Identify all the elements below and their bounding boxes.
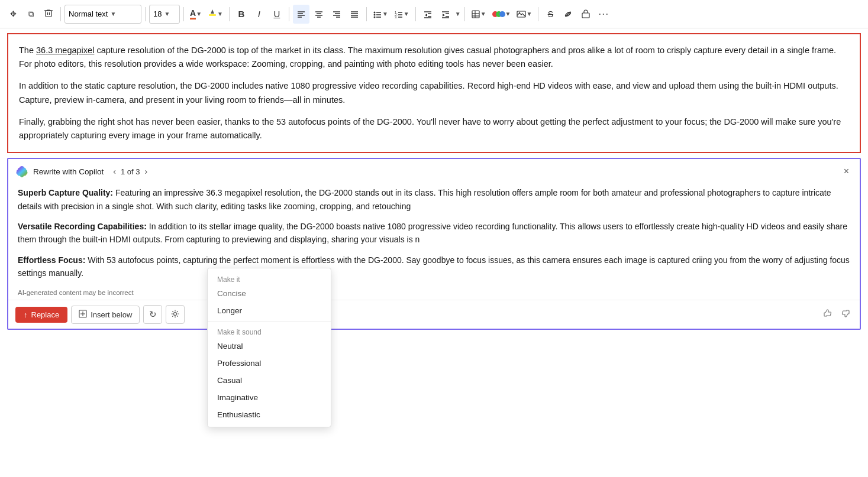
copilot-next-button[interactable]: › (143, 166, 150, 177)
toolbar: ✥ ⧉ Normal text ▼ 18 ▼ A ▼ ▼ B I U (0, 0, 868, 28)
move-icon: ✥ (10, 9, 17, 18)
bold-icon: B (238, 9, 245, 19)
underline-icon: U (274, 9, 280, 19)
extra-icon-button[interactable] (577, 5, 594, 24)
divider-2 (145, 7, 146, 21)
copilot-paragraph-1: Superb Capture Quality: Featuring an imp… (18, 186, 850, 213)
svg-point-46 (519, 12, 520, 13)
make-it-sound-label: Make it sound (208, 325, 331, 338)
copilot-prev-button[interactable]: ‹ (111, 166, 118, 177)
font-size-chevron: ▼ (164, 11, 170, 17)
image-button[interactable]: ▼ (514, 5, 534, 24)
copilot-section3-title: Effortless Focus: (18, 255, 85, 265)
font-style-dropdown[interactable]: Normal text ▼ (64, 5, 141, 24)
copilot-content: Superb Capture Quality: Featuring an imp… (8, 184, 860, 287)
svg-point-52 (174, 312, 177, 315)
divider-7 (415, 7, 416, 21)
menu-item-longer[interactable]: Longer (208, 302, 331, 319)
strikethrough-button[interactable]: S (542, 5, 559, 24)
copy-button[interactable]: ⧉ (22, 5, 39, 24)
more-button[interactable]: ··· (595, 5, 612, 24)
bold-button[interactable]: B (233, 5, 250, 24)
regenerate-button[interactable]: ↻ (143, 305, 162, 324)
copilot-title: Rewrite with Copilot (33, 167, 104, 176)
thumbs-up-button[interactable] (821, 307, 835, 322)
ai-disclaimer: AI-generated content may be incorrect (8, 287, 860, 300)
font-color-button[interactable]: A ▼ (188, 5, 204, 24)
svg-text:3.: 3. (395, 15, 398, 19)
regenerate-icon: ↻ (149, 309, 157, 320)
copilot-section1-text: Featuring an impressive 36.3 megapixel r… (18, 188, 831, 210)
divider-6 (366, 7, 367, 21)
menu-item-neutral[interactable]: Neutral (208, 338, 331, 355)
settings-icon (171, 310, 179, 320)
document-area: The 36.3 megapixel capture resolution of… (0, 28, 868, 477)
bullets-button[interactable]: ▼ (370, 5, 391, 24)
color-circles-button[interactable]: ▼ (490, 5, 514, 24)
context-menu: Make it Concise Longer Make it sound Neu… (207, 268, 331, 427)
svg-rect-38 (472, 11, 479, 18)
italic-button[interactable]: I (251, 5, 267, 24)
font-style-chevron: ▼ (110, 11, 116, 17)
link-button[interactable] (560, 5, 576, 24)
copilot-panel: Rewrite with Copilot ‹ 1 of 3 › × Superb… (7, 158, 861, 330)
menu-item-concise[interactable]: Concise (208, 285, 331, 302)
menu-item-casual[interactable]: Casual (208, 372, 331, 389)
settings-button[interactable] (166, 305, 185, 324)
align-left-button[interactable] (293, 5, 309, 24)
svg-rect-1 (209, 14, 216, 16)
align-justify-button[interactable] (346, 5, 363, 24)
svg-point-22 (373, 16, 375, 18)
menu-item-enthusiastic[interactable]: Enthusiastic (208, 406, 331, 423)
menu-item-imaginative[interactable]: Imaginative (208, 389, 331, 406)
original-text-block[interactable]: The 36.3 megapixel capture resolution of… (7, 33, 861, 153)
copilot-close-button[interactable]: × (840, 164, 853, 179)
divider-4 (229, 7, 230, 21)
svg-point-44 (499, 11, 505, 17)
highlight-button[interactable]: ▼ (205, 5, 225, 24)
svg-point-20 (373, 14, 375, 15)
divider-1 (60, 7, 61, 21)
table-button[interactable]: ▼ (469, 5, 489, 24)
megapixel-link[interactable]: 36.3 megapixel (36, 46, 94, 55)
align-right-button[interactable] (328, 5, 345, 24)
replace-button[interactable]: ↑ Replace (15, 307, 67, 323)
replace-label: Replace (31, 310, 60, 319)
copilot-section2-title: Versatile Recording Capabilities: (18, 222, 147, 231)
thumbs-down-button[interactable] (838, 307, 853, 322)
underline-button[interactable]: U (269, 5, 285, 24)
numbering-button[interactable]: 1.2.3. ▼ (392, 5, 412, 24)
delete-button[interactable] (40, 5, 57, 24)
insert-below-icon (79, 310, 87, 320)
more-icon: ··· (598, 8, 609, 20)
copilot-paragraph-2: Versatile Recording Capabilities: In add… (18, 220, 850, 246)
divider-8 (464, 7, 465, 21)
italic-icon: I (258, 9, 260, 19)
indent-decrease-button[interactable] (420, 5, 436, 24)
make-it-label: Make it (208, 272, 331, 285)
copilot-section1-title: Superb Capture Quality: (18, 188, 113, 197)
copilot-logo (15, 165, 28, 178)
font-style-label: Normal text (69, 9, 108, 18)
highlight-icon (208, 8, 217, 20)
delete-icon (44, 8, 53, 20)
align-center-button[interactable] (311, 5, 327, 24)
replace-up-arrow: ↑ (24, 310, 28, 319)
divider-9 (538, 7, 538, 21)
svg-rect-0 (46, 11, 51, 17)
svg-rect-48 (582, 13, 589, 18)
insert-below-label: Insert below (91, 310, 132, 319)
menu-item-professional[interactable]: Professional (208, 355, 331, 372)
menu-divider (208, 322, 331, 322)
insert-below-button[interactable]: Insert below (71, 306, 140, 324)
copilot-header: Rewrite with Copilot ‹ 1 of 3 › × (8, 159, 860, 184)
divider-5 (289, 7, 289, 21)
svg-point-18 (373, 11, 375, 13)
copilot-page-indicator: 1 of 3 (121, 167, 140, 176)
indent-increase-button[interactable] (437, 5, 454, 24)
paragraph-3: Finally, grabbing the right shot has nev… (19, 115, 849, 142)
move-button[interactable]: ✥ (5, 5, 21, 24)
font-size-dropdown[interactable]: 18 ▼ (149, 5, 180, 24)
feedback-buttons (821, 307, 853, 322)
font-size-label: 18 (153, 9, 162, 18)
